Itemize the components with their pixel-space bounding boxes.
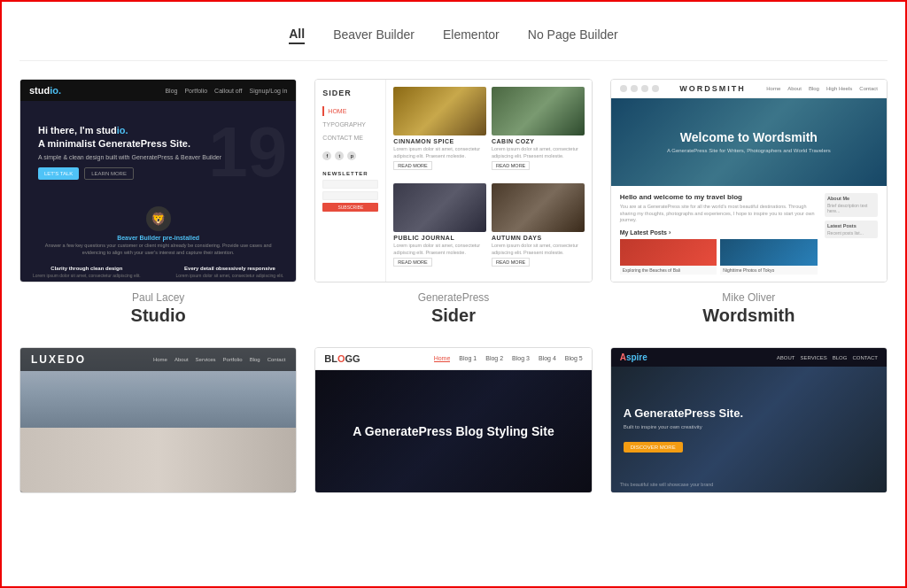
sider-read-more-4: READ MORE bbox=[492, 258, 530, 267]
studio-subtitle: A simple & clean design built with Gener… bbox=[38, 154, 221, 160]
sider-nl-input-name bbox=[322, 180, 378, 189]
ws-menu-about: About bbox=[787, 86, 802, 91]
theme-card-wordsmith[interactable]: WORDSMITH Home About Blog High Heels Con… bbox=[610, 79, 888, 329]
wordsmith-author: Mike Oliver bbox=[610, 291, 888, 304]
luxedo-menu-portfolio: Portfolio bbox=[223, 357, 243, 362]
sider-social-fb: f bbox=[322, 151, 331, 160]
sider-brand: SIDER bbox=[322, 89, 378, 97]
aspire-menu-contact: CONTACT bbox=[852, 355, 878, 360]
theme-card-sider[interactable]: SIDER HOME TYPOGRAPHY CONTACT ME f t p N… bbox=[314, 79, 592, 329]
page-wrapper: All Beaver Builder Elementor No Page Bui… bbox=[2, 2, 905, 550]
ws-sidebar-about-title: About Me bbox=[827, 196, 875, 201]
aspire-footer-text: This beautiful site will showcase your b… bbox=[620, 482, 878, 487]
ws-main: Hello and welcome to my travel blog You … bbox=[620, 193, 818, 275]
ws-sidebar-about-text: Brief description text here... bbox=[827, 203, 875, 214]
sider-social-tw: t bbox=[335, 151, 344, 160]
sider-sidebar: SIDER HOME TYPOGRAPHY CONTACT ME f t p N… bbox=[315, 80, 386, 282]
studio-btn-learn[interactable]: LEARN MORE bbox=[84, 167, 134, 180]
theme-preview-wordsmith: WORDSMITH Home About Blog High Heels Con… bbox=[610, 79, 888, 282]
aspire-menu-services: SERVICES bbox=[801, 355, 827, 360]
studio-tagline: Beaver Builder pre-installed bbox=[20, 235, 296, 241]
ws-post-1: Exploring the Beaches of Bali bbox=[620, 239, 717, 275]
ws-social-ig bbox=[641, 85, 648, 92]
filter-tab-elementor[interactable]: Elementor bbox=[443, 26, 500, 43]
blogg-nav: BLOGG Home Blog 1 Blog 2 Blog 3 Blog 4 B… bbox=[315, 348, 591, 370]
ws-social-pi bbox=[652, 85, 659, 92]
studio-footer-text-2: Lorem ipsum dolor sit amet, consectetur … bbox=[176, 273, 284, 279]
studio-footer-title-1: Clarity through clean design bbox=[33, 266, 141, 271]
sider-info: GeneratePress Sider bbox=[314, 282, 592, 329]
ws-sidebar: About Me Brief description text here... … bbox=[825, 193, 878, 275]
themes-grid-row2: LUXEDO Home About Services Portfolio Blo… bbox=[19, 347, 888, 536]
ws-sidebar-latest-text: Recent posts list... bbox=[827, 230, 875, 236]
sider-post-img-1 bbox=[393, 87, 486, 135]
sider-read-more-3: READ MORE bbox=[393, 258, 431, 267]
studio-btn-talk[interactable]: LET'S TALK bbox=[38, 167, 79, 180]
sider-post-excerpt-2: Lorem ipsum dolor sit amet, consectetur … bbox=[492, 146, 585, 159]
ws-social-fb bbox=[620, 85, 627, 92]
ws-latest-title: My Latest Posts › bbox=[620, 229, 818, 236]
studio-name: Studio bbox=[19, 306, 297, 326]
sider-newsletter: NEWSLETTER SUBSCRIBE bbox=[322, 171, 378, 212]
studio-nav-link-callout: Callout off bbox=[214, 88, 242, 94]
ws-post-img-2 bbox=[720, 239, 818, 266]
aspire-discover-btn[interactable]: DISCOVER MORE bbox=[624, 442, 683, 453]
studio-footer-title-2: Every detail obsessively responsive bbox=[176, 266, 284, 271]
ws-sidebar-latest-title: Latest Posts bbox=[827, 223, 875, 228]
wordsmith-info: Mike Oliver Wordsmith bbox=[610, 282, 888, 329]
ws-hero-sub: A GeneratePress Site for Writers, Photog… bbox=[667, 148, 831, 153]
ws-hello-text: You are at a GeneratePress site for all … bbox=[620, 204, 818, 224]
wordsmith-name: Wordsmith bbox=[610, 306, 888, 326]
ws-post-2: Nighttime Photos of Tokyo bbox=[720, 239, 818, 275]
sider-social-links: f t p bbox=[322, 151, 378, 160]
theme-card-luxedo[interactable]: LUXEDO Home About Services Portfolio Blo… bbox=[19, 347, 297, 536]
sider-post-excerpt-3: Lorem ipsum dolor sit amet, consectetur … bbox=[393, 243, 486, 256]
sider-post-excerpt-4: Lorem ipsum dolor sit amet, consectetur … bbox=[492, 243, 585, 256]
theme-preview-sider: SIDER HOME TYPOGRAPHY CONTACT ME f t p N… bbox=[314, 79, 592, 282]
studio-footer: Clarity through clean design Lorem ipsum… bbox=[20, 262, 296, 282]
filter-tab-no-page-builder[interactable]: No Page Builder bbox=[528, 26, 618, 43]
studio-nav-links: Blog Portfolio Callout off Signup/Log in bbox=[165, 88, 287, 94]
ws-hello-title: Hello and welcome to my travel blog bbox=[620, 193, 818, 201]
studio-mascot: 🦁 bbox=[146, 206, 171, 231]
sider-content: CINNAMON SPICE Lorem ipsum dolor sit ame… bbox=[386, 80, 591, 282]
sider-menu-contact: CONTACT ME bbox=[322, 133, 378, 143]
theme-card-aspire[interactable]: Aspire ABOUT SERVICES BLOG CONTACT A Gen… bbox=[610, 347, 888, 536]
blogg-menu-home: Home bbox=[434, 355, 451, 362]
aspire-menu-about: ABOUT bbox=[777, 355, 795, 360]
studio-author: Paul Lacey bbox=[19, 291, 297, 304]
sider-post-img-3 bbox=[393, 183, 486, 232]
sider-post-title-2: CABIN COZY bbox=[492, 138, 585, 144]
theme-card-studio[interactable]: studio. Blog Portfolio Callout off Signu… bbox=[19, 79, 297, 329]
sider-post-title-1: CINNAMON SPICE bbox=[393, 138, 486, 144]
luxedo-furniture bbox=[20, 428, 296, 492]
filter-tab-all[interactable]: All bbox=[289, 25, 305, 44]
themes-grid-row1: studio. Blog Portfolio Callout off Signu… bbox=[19, 79, 888, 329]
filter-tab-beaver[interactable]: Beaver Builder bbox=[333, 26, 415, 43]
blogg-menu-blog5: Blog 5 bbox=[565, 355, 583, 362]
studio-buttons: LET'S TALK LEARN MORE bbox=[38, 167, 134, 180]
blogg-logo: BLOGG bbox=[324, 353, 360, 364]
theme-preview-luxedo: LUXEDO Home About Services Portfolio Blo… bbox=[19, 347, 297, 493]
theme-preview-blogg: BLOGG Home Blog 1 Blog 2 Blog 3 Blog 4 B… bbox=[314, 347, 592, 493]
luxedo-menu-blog: Blog bbox=[250, 357, 260, 362]
sider-author: GeneratePress bbox=[314, 291, 592, 304]
aspire-nav: Aspire ABOUT SERVICES BLOG CONTACT bbox=[611, 348, 887, 367]
sider-post-img-4 bbox=[492, 183, 585, 232]
ws-content: Hello and welcome to my travel blog You … bbox=[611, 186, 887, 282]
sider-menu-typography: TYPOGRAPHY bbox=[322, 120, 378, 129]
aspire-sub: Built to inspire your own creativity bbox=[624, 424, 743, 429]
sider-post-title-3: PUBLIC JOURNAL bbox=[393, 235, 486, 241]
ws-hero-title: Welcome to Wordsmith bbox=[680, 130, 818, 144]
luxedo-logo: LUXEDO bbox=[31, 353, 86, 366]
theme-card-blogg[interactable]: BLOGG Home Blog 1 Blog 2 Blog 3 Blog 4 B… bbox=[314, 347, 592, 536]
sider-read-more-1: READ MORE bbox=[393, 161, 431, 170]
ws-sidebar-latest: Latest Posts Recent posts list... bbox=[825, 220, 878, 239]
ws-nav: WORDSMITH Home About Blog High Heels Con… bbox=[611, 80, 887, 98]
aspire-logo: Aspire bbox=[620, 352, 647, 362]
ws-post-img-1 bbox=[620, 239, 717, 266]
blogg-menu-blog3: Blog 3 bbox=[512, 355, 530, 362]
sider-menu-home: HOME bbox=[322, 106, 378, 116]
studio-tagline-sub: Answer a few key questions your customer… bbox=[20, 243, 296, 256]
sider-post-1: CINNAMON SPICE Lorem ipsum dolor sit ame… bbox=[393, 87, 486, 178]
